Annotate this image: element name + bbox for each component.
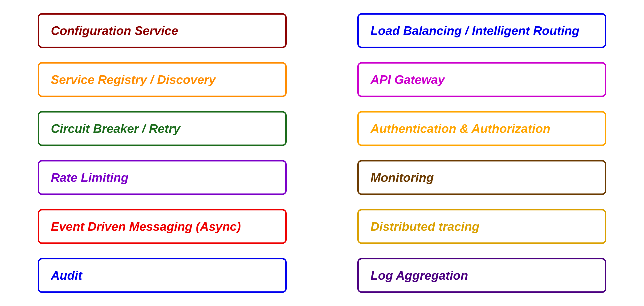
label-service-registry: Service Registry / Discovery xyxy=(51,72,216,87)
card-api-gateway: API Gateway xyxy=(357,62,606,97)
card-audit: Audit xyxy=(38,258,287,293)
label-rate-limiting: Rate Limiting xyxy=(51,170,128,185)
card-configuration-service: Configuration Service xyxy=(38,13,287,48)
card-monitoring: Monitoring xyxy=(357,160,606,195)
card-circuit-breaker: Circuit Breaker / Retry xyxy=(38,111,287,146)
label-log-aggregation: Log Aggregation xyxy=(370,268,468,283)
label-audit: Audit xyxy=(51,268,82,283)
label-load-balancing: Load Balancing / Intelligent Routing xyxy=(370,23,580,38)
label-configuration-service: Configuration Service xyxy=(51,23,178,38)
card-log-aggregation: Log Aggregation xyxy=(357,258,606,293)
label-event-driven: Event Driven Messaging (Async) xyxy=(51,219,241,234)
main-grid: Configuration ServiceLoad Balancing / In… xyxy=(0,0,644,306)
label-auth: Authentication & Authorization xyxy=(370,121,550,136)
card-distributed-tracing: Distributed tracing xyxy=(357,209,606,244)
card-service-registry: Service Registry / Discovery xyxy=(38,62,287,97)
label-monitoring: Monitoring xyxy=(370,170,434,185)
card-load-balancing: Load Balancing / Intelligent Routing xyxy=(357,13,606,48)
card-auth: Authentication & Authorization xyxy=(357,111,606,146)
label-circuit-breaker: Circuit Breaker / Retry xyxy=(51,121,180,136)
card-rate-limiting: Rate Limiting xyxy=(38,160,287,195)
card-event-driven: Event Driven Messaging (Async) xyxy=(38,209,287,244)
label-api-gateway: API Gateway xyxy=(370,72,445,87)
label-distributed-tracing: Distributed tracing xyxy=(370,219,479,234)
